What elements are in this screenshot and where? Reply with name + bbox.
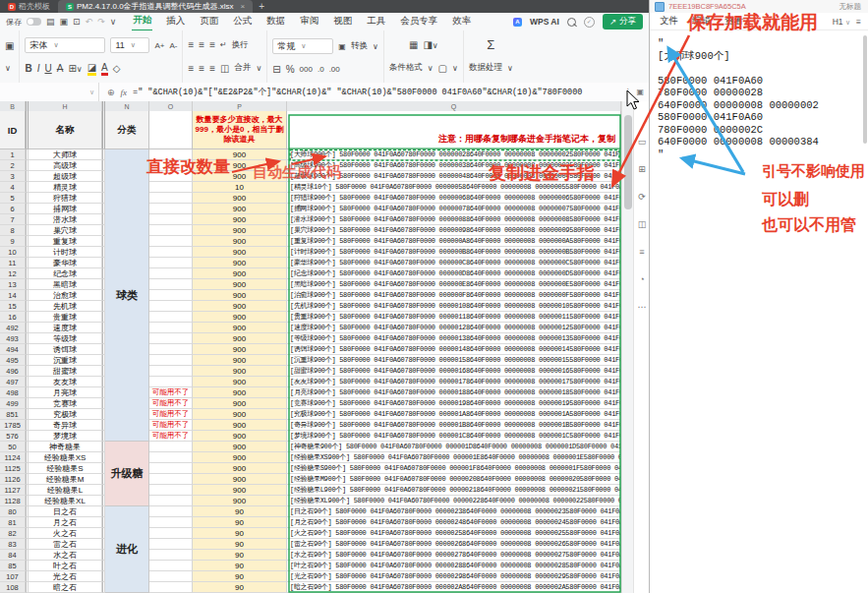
cell-note[interactable] — [149, 214, 193, 225]
chevron-down-icon[interactable]: ∨ — [5, 64, 14, 73]
paste-icon[interactable]: ▣ — [5, 40, 14, 51]
category-merged-cell[interactable]: 球类 — [105, 149, 149, 442]
cell-name[interactable]: 贵重球 — [29, 312, 102, 323]
chevron-down-icon[interactable]: ∨ — [256, 64, 261, 73]
cell-code[interactable]: [光之石90个] 580F0000 041F0A60780F0000 00000… — [287, 571, 621, 582]
cell-code[interactable]: [梦境球900个] 580F0000 041F0A60780F0000 0000… — [287, 431, 621, 442]
cell-code[interactable]: [巢穴球900个] 580F0000 041F0A60780F0000 0000… — [287, 225, 621, 236]
column-headers[interactable]: B H N O P Q — [0, 101, 621, 111]
cell-code[interactable]: [究极球900个] 580F0000 041F0A60780F0000 0000… — [287, 409, 621, 420]
cell-qty[interactable]: 90 — [193, 528, 287, 539]
cell-id[interactable]: 108 — [0, 582, 26, 593]
underline-button[interactable]: U — [44, 63, 51, 74]
table-style-icon[interactable]: ▢ — [438, 63, 447, 74]
cell-qty[interactable]: 900 — [193, 247, 287, 258]
cell-id[interactable]: 496 — [0, 366, 26, 377]
align-right-icon[interactable]: ≡ — [209, 63, 215, 74]
columns-icon[interactable]: ◫ — [634, 219, 650, 229]
cell-id[interactable]: 14 — [0, 290, 26, 301]
cell-id[interactable]: 12 — [0, 268, 26, 279]
cell-name[interactable]: 月之石 — [29, 517, 102, 528]
cell-name[interactable]: 豪华球 — [29, 258, 102, 268]
cell-code[interactable]: [速度球900个] 580F0000 041F0A60780F0000 0000… — [287, 323, 621, 333]
borders-icon[interactable]: ⊞∨ — [68, 63, 82, 74]
cell-id[interactable]: 80 — [0, 506, 26, 517]
cell-note[interactable] — [149, 496, 193, 506]
cell-code[interactable]: [叶之石90个] 580F0000 041F0A60780F0000 00000… — [287, 561, 621, 571]
cell-id[interactable]: 851 — [0, 409, 26, 420]
heading-dropdown[interactable]: H1 ∨ — [833, 17, 850, 27]
cell-note[interactable] — [149, 582, 193, 593]
cell-name[interactable]: 水之石 — [29, 550, 102, 561]
cell-qty[interactable]: 90 — [193, 571, 287, 582]
cell-id[interactable]: 499 — [0, 398, 26, 409]
ribbon-tab[interactable]: 数据 — [265, 14, 286, 30]
sync-check-icon[interactable]: ✓ — [584, 17, 595, 28]
convert-icon[interactable]: ▣ — [338, 42, 346, 51]
cell-note[interactable] — [149, 539, 193, 550]
panel-icon[interactable]: ▭ — [634, 137, 650, 147]
fill-color-icon[interactable]: ◪ — [87, 62, 96, 76]
cell-note[interactable] — [149, 517, 193, 528]
cell-code[interactable]: [纪念球900个] 580F0000 041F0A60780F0000 0000… — [287, 268, 621, 279]
cell-name[interactable]: 重复球 — [29, 236, 102, 247]
cell-qty[interactable]: 900 — [193, 301, 287, 312]
cell-qty[interactable]: 900 — [193, 355, 287, 366]
cell-code[interactable]: [暗之石90个] 580F0000 041F0A60780F0000 00000… — [287, 582, 621, 593]
cell-name[interactable]: 火之石 — [29, 528, 102, 539]
cell-qty[interactable]: 900 — [193, 366, 287, 377]
cell-code[interactable]: [沉重球900个] 580F0000 041F0A60780F0000 0000… — [287, 355, 621, 366]
increase-font-icon[interactable]: A+ — [154, 41, 164, 50]
chevron-down-icon[interactable]: ∨ — [507, 64, 513, 73]
cell-code[interactable]: [等级球900个] 580F0000 041F0A60780F0000 0000… — [287, 333, 621, 344]
bold-button[interactable]: B — [25, 63, 31, 74]
cell-name[interactable]: 月亮球 — [29, 387, 102, 398]
category-merged-cell[interactable]: 进化 — [105, 506, 149, 593]
cell-name[interactable]: 友友球 — [29, 377, 102, 387]
cell-note[interactable] — [149, 485, 193, 496]
cell-name[interactable]: 竞赛球 — [29, 398, 102, 409]
cell-note[interactable] — [149, 506, 193, 517]
cell-note[interactable] — [149, 474, 193, 485]
cell-qty[interactable]: 900 — [193, 333, 287, 344]
ribbon-tab[interactable]: 视图 — [332, 14, 353, 30]
cell-id[interactable]: 1126 — [0, 474, 26, 485]
cell-id[interactable]: 4 — [0, 182, 26, 193]
cell-code[interactable]: [竞赛球900个] 580F0000 041F0A60780F0000 0000… — [287, 398, 621, 409]
cell-qty[interactable]: 900 — [193, 377, 287, 387]
align-middle-icon[interactable]: ≡ — [199, 39, 204, 50]
cell-note[interactable] — [149, 561, 193, 571]
cell-qty[interactable]: 900 — [193, 312, 287, 323]
search-icon[interactable] — [567, 18, 576, 27]
cell-qty[interactable]: 900 — [193, 409, 287, 420]
cell-note[interactable] — [149, 333, 193, 344]
cell-name[interactable]: 巢穴球 — [29, 225, 102, 236]
decrease-font-icon[interactable]: A- — [169, 41, 177, 50]
cell-name[interactable]: 先机球 — [29, 301, 102, 312]
expand-formula-icon[interactable]: ▣ — [636, 88, 644, 96]
refresh-icon[interactable]: ⟳ — [634, 192, 650, 202]
cell-qty[interactable]: 900 — [193, 344, 287, 355]
cell-id[interactable]: 1128 — [0, 496, 26, 506]
cell-qty[interactable]: 900 — [193, 398, 287, 409]
comma-style-icon[interactable]: 000 — [300, 65, 313, 74]
cell-code[interactable]: [黑暗球900个] 580F0000 041F0A60780F0000 0000… — [287, 279, 621, 290]
cell-code[interactable]: [水之石90个] 580F0000 041F0A60780F0000 00000… — [287, 550, 621, 561]
cell-qty[interactable]: 90 — [193, 506, 287, 517]
progress-icon[interactable]: ◔ — [634, 274, 650, 284]
cell-code[interactable]: [友友球900个] 580F0000 041F0A60780F0000 0000… — [287, 377, 621, 387]
cell-name[interactable]: 潜水球 — [29, 214, 102, 225]
more-icon[interactable]: ⋮ — [623, 88, 631, 96]
cell-name[interactable]: 高级球 — [29, 160, 102, 171]
cell-name[interactable]: 捕网球 — [29, 204, 102, 214]
align-center-icon[interactable]: ≡ — [199, 63, 204, 74]
cell-name[interactable]: 经验糖果M — [29, 474, 102, 485]
ribbon-tab[interactable]: 公式 — [232, 14, 253, 30]
cell-qty[interactable]: 900 — [193, 442, 287, 452]
scrollbar-thumb[interactable] — [624, 115, 632, 209]
cell-qty[interactable]: 900 — [193, 225, 287, 236]
cell-qty[interactable]: 900 — [193, 496, 287, 506]
cell-qty[interactable]: 900 — [193, 387, 287, 398]
cell-name[interactable]: 纪念球 — [29, 268, 102, 279]
cell-id[interactable]: 495 — [0, 355, 26, 366]
